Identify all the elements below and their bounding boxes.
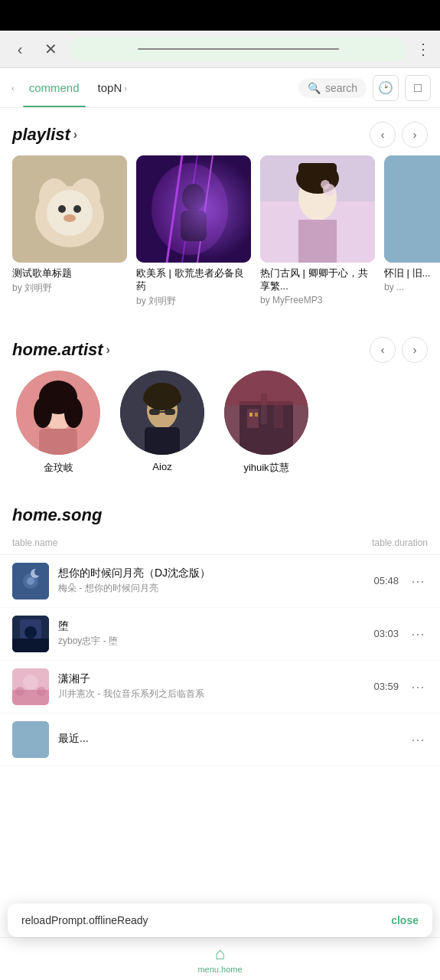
song-thumb-1 (12, 616, 49, 652)
svg-rect-8 (136, 155, 251, 263)
svg-rect-14 (181, 211, 207, 241)
artist-name-0: 金玟岐 (44, 461, 73, 475)
list-item[interactable]: 热门古风 | 卿卿于心，共享繁... by MyFreeMP3 (260, 155, 375, 308)
table-name-header: table.name (12, 537, 57, 548)
playlist-info-3: 怀旧 | 旧... by ... (384, 267, 440, 292)
artist-title[interactable]: home.artist › (12, 340, 110, 360)
artist-section-header: home.artist › ‹ › (0, 323, 440, 371)
song-title-0: 想你的时候问月亮（DJ沈念版） (58, 567, 364, 580)
song-title-1: 堕 (58, 619, 364, 633)
song-duration-2: 03:59 (373, 681, 399, 692)
svg-rect-35 (145, 427, 180, 455)
bottom-nav: ⌂ menu.home (0, 937, 440, 980)
song-more-1[interactable]: ⋯ (408, 622, 428, 645)
playlist-next-button[interactable]: › (402, 122, 428, 148)
divider-1 (0, 308, 440, 323)
artist-name-2: yihuik苡慧 (243, 461, 288, 475)
tab-topn[interactable]: topN › (92, 68, 135, 107)
playlist-thumb-3 (384, 155, 440, 263)
tab-commend[interactable]: commend (23, 68, 86, 107)
layout-icon: □ (414, 81, 422, 95)
offline-close-button[interactable]: close (391, 914, 419, 926)
playlist-title[interactable]: playlist › (12, 125, 77, 145)
playlist-arrow: › (73, 128, 77, 142)
playlist-author-3: by ... (384, 282, 440, 292)
list-item[interactable]: 欧美系 | 歌荒患者必备良药 by 刘明野 (136, 155, 251, 308)
close-button[interactable]: ✕ (40, 38, 61, 60)
playlist-author-1: by 刘明野 (136, 295, 251, 308)
artist-next-button[interactable]: › (402, 337, 428, 363)
table-duration-header: table.duration (372, 537, 428, 548)
list-item[interactable]: 怀旧 | 旧... by ... (384, 155, 440, 308)
playlist-title-0: 测试歌单标题 (12, 267, 127, 280)
back-button[interactable]: ‹ (9, 38, 31, 60)
url-line (138, 48, 339, 50)
playlist-title-3: 怀旧 | 旧... (384, 267, 440, 280)
table-header: table.name table.duration (0, 534, 440, 555)
svg-rect-55 (12, 639, 49, 652)
svg-point-22 (321, 180, 330, 189)
svg-rect-46 (224, 371, 308, 405)
history-button[interactable]: 🕑 (373, 75, 399, 101)
svg-line-10 (182, 155, 197, 263)
divider-2 (0, 475, 440, 490)
table-row[interactable]: 潇湘子 川井憲次 - 我位音乐系列之后临首系 03:59 ⋯ (0, 661, 440, 714)
playlist-nav-arrows: ‹ › (370, 122, 428, 148)
layout-button[interactable]: □ (405, 75, 431, 101)
svg-point-12 (152, 163, 228, 255)
list-item[interactable]: Aioz (116, 371, 208, 475)
playlist-prev-button[interactable]: ‹ (370, 122, 396, 148)
list-item[interactable]: 金玟岐 (12, 371, 104, 475)
browser-chrome: ‹ ✕ ⋮ (0, 31, 440, 68)
list-item[interactable]: 测试歌单标题 by 刘明野 (12, 155, 127, 308)
offline-toast: reloadPrompt.offlineReady close (8, 903, 432, 937)
svg-point-60 (37, 687, 46, 696)
svg-rect-42 (274, 405, 283, 428)
svg-point-51 (34, 568, 42, 576)
song-title-3: 最近... (58, 732, 389, 746)
song-thumb-3 (12, 721, 49, 758)
playlist-author-2: by MyFreeMP3 (260, 295, 375, 305)
table-row[interactable]: 堕 zyboy忠宇 - 堕 03:03 ⋯ (0, 608, 440, 661)
nav-home[interactable]: ⌂ menu.home (197, 944, 242, 974)
svg-rect-61 (12, 721, 49, 758)
artist-name-1: Aioz (152, 461, 171, 472)
svg-point-59 (15, 687, 24, 696)
svg-point-54 (24, 626, 37, 639)
svg-point-5 (58, 205, 66, 213)
artist-arrow: › (106, 343, 110, 357)
svg-line-9 (167, 155, 182, 263)
svg-rect-45 (255, 413, 258, 416)
search-icon: 🔍 (308, 82, 321, 94)
playlist-info-2: 热门古风 | 卿卿于心，共享繁... by MyFreeMP3 (260, 267, 375, 305)
url-bar[interactable] (70, 37, 406, 61)
search-box[interactable]: 🔍 search (298, 78, 367, 98)
song-duration-0: 05:48 (373, 575, 399, 586)
list-item[interactable]: yihuik苡慧 (220, 371, 312, 475)
artist-prev-button[interactable]: ‹ (370, 337, 396, 363)
svg-rect-37 (165, 409, 175, 415)
artist-avatar-0 (16, 371, 100, 455)
song-artist-2: 川井憲次 - 我位音乐系列之后临首系 (58, 688, 364, 701)
song-info-3: 最近... (58, 732, 389, 747)
playlist-title-2: 热门古风 | 卿卿于心，共享繁... (260, 267, 375, 293)
song-more-0[interactable]: ⋯ (408, 570, 428, 593)
song-more-3[interactable]: ⋯ (408, 728, 428, 751)
svg-point-6 (73, 205, 81, 213)
table-row[interactable]: 想你的时候问月亮（DJ沈念版） 梅朵 - 想你的时候问月亮 05:48 ⋯ (0, 555, 440, 608)
svg-rect-41 (247, 409, 259, 428)
song-info-0: 想你的时候问月亮（DJ沈念版） 梅朵 - 想你的时候问月亮 (58, 567, 364, 595)
song-title-2: 潇湘子 (58, 672, 364, 686)
tab-chevron-right: › (124, 83, 127, 93)
more-button[interactable]: ⋮ (416, 40, 431, 58)
svg-point-13 (182, 184, 205, 211)
playlist-title-1: 欧美系 | 歌荒患者必备良药 (136, 267, 251, 293)
song-more-2[interactable]: ⋯ (408, 675, 428, 698)
song-duration-1: 03:03 (373, 628, 399, 639)
offline-toast-text: reloadPrompt.offlineReady (21, 914, 148, 926)
svg-point-58 (23, 675, 38, 690)
main-content: playlist › ‹ › (0, 108, 440, 828)
history-icon: 🕑 (378, 80, 393, 95)
table-row[interactable]: 最近... ⋯ (0, 714, 440, 766)
song-section: home.song table.name table.duration 想你的时… (0, 490, 440, 766)
